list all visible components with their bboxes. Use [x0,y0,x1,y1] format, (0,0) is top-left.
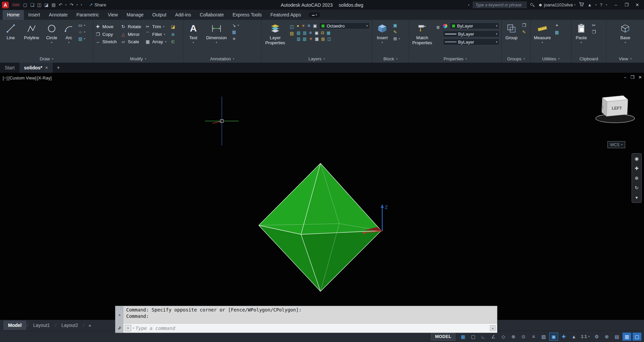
qat-customize-icon[interactable]: ▾ [81,3,82,6]
create-block-tool[interactable]: ▣ [393,23,400,28]
clean-screen-icon[interactable]: ▢ [633,333,641,341]
tab-express-tools[interactable]: Express Tools [228,10,266,20]
zoom-icon[interactable]: ⊕ [635,175,639,181]
edit-attribute-tool[interactable]: ⊞▾ [393,36,400,41]
command-history[interactable]: Command: Specify opposite corner or [Fen… [123,306,497,323]
file-tab-start[interactable]: Start [0,63,19,73]
drawing-viewport[interactable]: [−] [Custom View] [X-Ray] – ❐ ✕ [0,73,644,320]
erase-button[interactable]: ◪ [170,24,176,29]
base-button[interactable]: Base ▾ [617,21,633,44]
layout-tab-layout1[interactable]: Layout1 [29,321,55,330]
offset-button[interactable]: ∈ [170,39,176,44]
snap-toggle-icon[interactable]: ▢ [469,333,478,341]
tab-insert[interactable]: Insert [24,10,44,20]
tab-parametric[interactable]: Parametric [72,10,103,20]
mirror-button[interactable]: △Mirror [121,31,141,37]
steering-wheel-icon[interactable]: ◉ [635,156,639,161]
panel-footer-utilities[interactable]: Utilities▾ [531,55,571,63]
layout-tab-model[interactable]: Model [3,321,26,330]
autocad-logo-icon[interactable]: A [2,2,9,8]
circle-button[interactable]: Circle ▾ [44,21,60,44]
cut-tool[interactable]: ✂ [591,23,596,28]
minimize-button[interactable]: – [610,0,621,10]
object-color-icon[interactable] [443,24,447,28]
table-tool[interactable]: ▦ [232,30,239,35]
showmotion-icon[interactable]: ▾ [635,195,638,200]
trim-button[interactable]: ✂Trim▾ [145,24,166,29]
tab-view[interactable]: View [103,10,122,20]
annotation-monitor-icon[interactable]: ⊕ [602,333,611,341]
properties-list-tool[interactable]: ≣ [436,25,441,30]
annotation-scale-button[interactable]: 1:1 ▾ [580,334,591,339]
lineweight-dropdown[interactable]: ByLayer ▾ [443,31,499,37]
octahedron-solid[interactable] [259,163,381,291]
annotation-visibility-icon[interactable]: ▲ [569,333,578,341]
command-palette-gutter[interactable]: ············ ✕ [115,306,123,333]
file-tab-solidos[interactable]: solidos* ✕ [19,63,53,73]
layer-match-icon[interactable]: ▧ [297,31,300,35]
layer-properties-button[interactable]: Layer Properties [263,21,287,45]
copy-button[interactable]: ❐Copy [95,31,117,37]
group-edit-tool[interactable]: ✎ [522,30,527,35]
share-button[interactable]: ↗ Share [89,2,106,7]
tab-featured-apps[interactable]: Featured Apps [266,10,305,20]
id-point-tool[interactable]: ⌖ [554,23,559,28]
panel-footer-properties[interactable]: Properties▾ [409,55,501,63]
new-file-icon[interactable]: ▢ [23,2,27,7]
layer-unlock-icon[interactable]: ▩ [315,37,318,41]
scale-button[interactable]: ▱Scale [121,39,141,44]
linetype-dropdown[interactable]: ByLayer ▾ [443,39,499,45]
recent-commands-button[interactable]: > [125,325,131,331]
panel-footer-layers[interactable]: Layers▾ [261,55,372,63]
panel-footer-view[interactable]: View▾ [606,55,644,63]
command-input[interactable] [136,326,489,331]
redo-icon[interactable]: ↷ [70,2,73,7]
open-file-icon[interactable]: ❏ [30,2,34,7]
polyline-button[interactable]: Polyline [22,21,41,41]
layer-lock-icon[interactable]: ▣ [313,23,317,28]
layer-lock2-icon[interactable]: ▣ [315,31,318,35]
polar-tracking-icon[interactable]: ∠ [489,333,498,341]
plot-icon[interactable]: ▤ [51,2,55,7]
palette-grip-handle[interactable]: ············ [115,307,123,311]
workspace-switching-icon[interactable]: ⚙ [592,333,601,341]
layer-iso2-icon[interactable]: ▦ [327,31,330,35]
hatch-tool[interactable]: ▨▾ [78,36,85,41]
ellipse-tool[interactable]: ○▾ [78,30,85,35]
tab-collaborate[interactable]: Collaborate [195,10,228,20]
wcs-dropdown[interactable]: WCS ▾ [607,141,625,148]
app-store-cart-icon[interactable] [579,2,584,8]
close-button[interactable]: ✕ [632,0,643,10]
layer-off-icon[interactable]: ⊟ [321,31,324,35]
move-button[interactable]: ✚Move [95,24,117,29]
rectangle-tool[interactable]: ▭▾ [78,23,85,28]
object-snap-tracking-icon[interactable]: ⊕ [509,333,518,341]
viewcube[interactable]: LEFT BO [592,90,639,126]
tab-annotate[interactable]: Annotate [44,10,72,20]
layer-states-tool[interactable]: ◫ [289,24,294,29]
help-search-input[interactable] [473,2,527,8]
command-palette-close-icon[interactable]: ✕ [118,312,120,317]
model-space-button[interactable]: MODEL [431,332,455,341]
measure-button[interactable]: Measure ▾ [533,21,552,44]
selection-cycling-icon[interactable]: ▣ [549,333,558,341]
tab-addins[interactable]: Add-ins [171,10,195,20]
file-tab-close-icon[interactable]: ✕ [45,66,48,70]
layer-unisolate-icon[interactable]: ▥ [297,37,300,41]
line-button[interactable]: Line [2,21,19,41]
object-snap-icon[interactable]: ⊙ [519,333,528,341]
explode-button[interactable]: ⊛ [170,31,176,37]
command-line-palette[interactable]: ············ ✕ Command: Specify opposite… [115,306,497,333]
ortho-toggle-icon[interactable]: ∟ [479,333,488,341]
panel-footer-annotation[interactable]: Annotation▾ [183,55,261,63]
autodesk-app-dropdown-icon[interactable]: ▾ [595,3,597,6]
new-drawing-tab-button[interactable]: + [53,63,64,73]
redo-dropdown-icon[interactable]: ▾ [77,3,78,6]
layer-thaw2-icon[interactable]: ☀ [309,37,313,41]
graphics-performance-icon[interactable]: ▥ [623,333,631,341]
new-layout-button[interactable]: + [85,323,95,328]
undo-icon[interactable]: ↶ [59,2,62,7]
panel-footer-groups[interactable]: Groups▾ [502,55,530,63]
layer-thaw-icon[interactable]: ☀ [301,23,305,28]
tab-output[interactable]: Output [148,10,171,20]
